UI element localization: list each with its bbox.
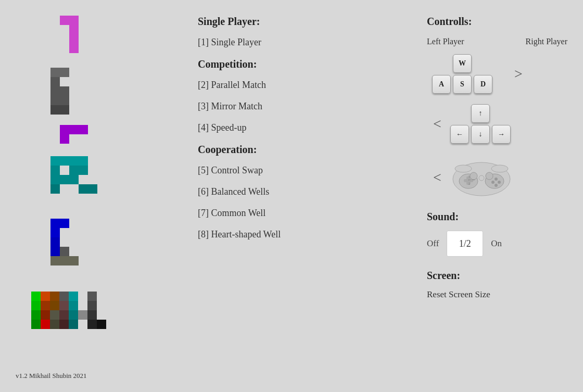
svg-rect-18 — [50, 156, 60, 166]
competition-title: Competition: — [198, 58, 396, 70]
svg-rect-34 — [50, 237, 60, 247]
menu-item-4[interactable]: [4] Speed-up — [198, 122, 396, 133]
svg-point-73 — [498, 181, 501, 184]
svg-rect-13 — [60, 105, 69, 115]
menu-item-6[interactable]: [6] Balanced Wells — [198, 186, 396, 197]
svg-rect-10 — [50, 96, 60, 105]
key-w: W — [453, 54, 472, 73]
svg-rect-15 — [69, 125, 79, 134]
svg-rect-6 — [60, 68, 69, 77]
svg-rect-52 — [31, 310, 41, 320]
svg-rect-63 — [69, 320, 78, 329]
svg-rect-7 — [50, 77, 60, 86]
right-arrow-1: > — [508, 66, 529, 82]
svg-rect-14 — [60, 125, 69, 134]
svg-rect-64 — [87, 320, 97, 329]
svg-text:→: → — [471, 178, 475, 182]
svg-rect-4 — [69, 44, 79, 53]
svg-rect-31 — [50, 219, 60, 228]
svg-rect-3 — [69, 34, 79, 44]
svg-rect-59 — [31, 320, 41, 329]
left-panel: v1.2 Mikhail Shubin 2021 — [16, 10, 130, 380]
svg-rect-62 — [59, 320, 69, 329]
svg-rect-32 — [60, 219, 69, 228]
sound-title: Sound: — [427, 211, 573, 223]
svg-text:↓: ↓ — [468, 181, 470, 186]
svg-point-78 — [455, 165, 472, 172]
svg-text:↑: ↑ — [468, 174, 470, 179]
svg-rect-53 — [41, 310, 50, 320]
svg-point-74 — [495, 184, 498, 187]
svg-rect-16 — [79, 125, 88, 134]
key-s: S — [453, 75, 472, 94]
menu-item-1[interactable]: [1] Single Player — [198, 37, 396, 48]
svg-rect-49 — [59, 301, 69, 310]
sound-value-box[interactable]: 1/2 — [447, 231, 483, 257]
menu-item-3[interactable]: [3] Mirror Match — [198, 101, 396, 112]
wasd-keys: W A S D — [432, 54, 492, 94]
key-d: D — [474, 75, 492, 94]
section-single: Single Player: [1] Single Player — [198, 16, 396, 48]
svg-rect-2 — [69, 25, 79, 34]
sound-row: Off 1/2 On — [427, 231, 573, 257]
arrow-top-row: ↑ — [471, 104, 490, 123]
section-competition: Competition: [2] Parallel Match [3] Mirr… — [198, 58, 396, 133]
svg-rect-35 — [50, 247, 60, 256]
svg-rect-21 — [79, 156, 88, 166]
sound-off-label: Off — [427, 238, 439, 249]
svg-rect-42 — [50, 292, 59, 301]
wasd-top-row: W — [453, 54, 472, 73]
svg-rect-1 — [69, 16, 79, 25]
svg-rect-56 — [69, 310, 78, 320]
sound-section: Sound: Off 1/2 On — [427, 211, 573, 257]
svg-rect-41 — [41, 292, 50, 301]
menu-item-7[interactable]: [7] Common Well — [198, 208, 396, 219]
svg-rect-43 — [59, 292, 69, 301]
svg-rect-12 — [50, 105, 60, 115]
main-content: Single Player: [1] Single Player Competi… — [198, 16, 396, 250]
menu-item-8[interactable]: [8] Heart-shaped Well — [198, 229, 396, 240]
arrow-keys: ↑ ← ↓ → — [450, 104, 511, 144]
left-arrow-2: < — [427, 169, 448, 186]
svg-rect-65 — [97, 320, 106, 329]
menu-item-2[interactable]: [2] Parallel Match — [198, 80, 396, 91]
svg-rect-28 — [50, 184, 60, 194]
svg-rect-24 — [79, 166, 88, 175]
svg-rect-48 — [50, 301, 59, 310]
svg-rect-50 — [69, 301, 78, 310]
left-player-label: Left Player — [427, 37, 464, 46]
svg-rect-33 — [50, 228, 60, 237]
svg-rect-11 — [60, 96, 69, 105]
svg-rect-47 — [41, 301, 50, 310]
key-down: ↓ — [471, 125, 490, 144]
controls-row-3: < — [427, 154, 573, 200]
svg-rect-60 — [41, 320, 50, 329]
svg-rect-61 — [50, 320, 59, 329]
screen-section: Screen: Reset Screen Size — [427, 270, 573, 300]
svg-rect-54 — [50, 310, 59, 320]
reset-screen-button[interactable]: Reset Screen Size — [427, 289, 490, 300]
menu-item-5[interactable]: [5] Control Swap — [198, 165, 396, 176]
svg-rect-0 — [60, 16, 69, 25]
sound-on-label: On — [491, 238, 502, 249]
left-arrow-1: < — [427, 116, 448, 132]
gamepad: ← ↑ ↓ → — [450, 154, 513, 200]
key-left: ← — [450, 125, 469, 144]
wasd-bottom-row: A S D — [432, 75, 492, 94]
cooperation-title: Cooperation: — [198, 144, 396, 156]
svg-rect-5 — [50, 68, 60, 77]
svg-rect-37 — [50, 256, 60, 265]
version-text: v1.2 Mikhail Shubin 2021 — [16, 372, 87, 380]
svg-rect-26 — [60, 175, 69, 184]
svg-rect-46 — [31, 301, 41, 310]
svg-rect-19 — [60, 156, 69, 166]
svg-rect-9 — [60, 86, 69, 96]
svg-rect-20 — [69, 156, 79, 166]
right-player-label: Right Player — [526, 37, 567, 46]
svg-rect-58 — [87, 310, 97, 320]
gamepad-svg: ← ↑ ↓ → — [450, 154, 513, 198]
right-panel: Controlls: Left Player Right Player W A … — [427, 16, 573, 300]
arrow-bottom-row: ← ↓ → — [450, 125, 511, 144]
svg-rect-51 — [87, 301, 97, 310]
key-right: → — [492, 125, 511, 144]
